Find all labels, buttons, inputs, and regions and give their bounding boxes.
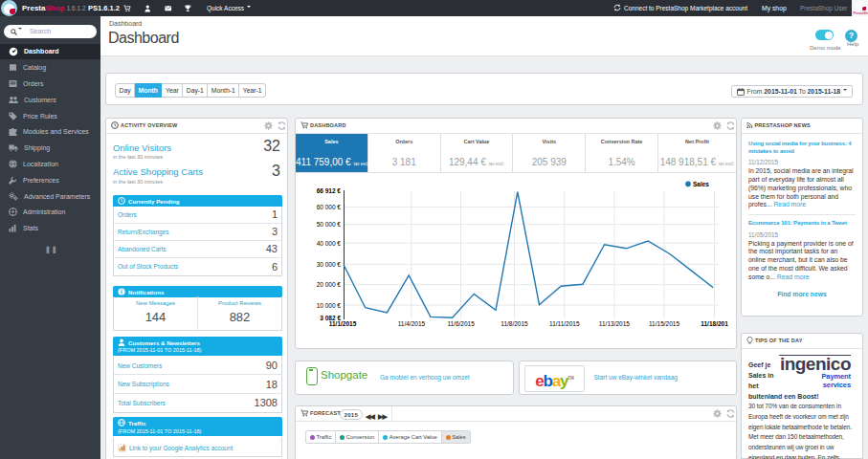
svg-text:60 000 €: 60 000 €	[317, 204, 342, 210]
svg-text:10 000 €: 10 000 €	[317, 302, 342, 309]
svg-text:11/1/2015: 11/1/2015	[329, 320, 357, 327]
svg-text:11/13/2015: 11/13/2015	[599, 320, 630, 327]
svg-text:30 000 €: 30 000 €	[317, 261, 342, 268]
svg-text:50 000 €: 50 000 €	[317, 221, 342, 228]
svg-text:11/11/2015: 11/11/2015	[549, 320, 580, 327]
svg-text:11/6/2015: 11/6/2015	[447, 320, 475, 327]
svg-text:11/8/2015: 11/8/2015	[501, 320, 528, 327]
svg-text:11/15/2015: 11/15/2015	[649, 320, 679, 327]
svg-text:Sales: Sales	[693, 181, 709, 187]
svg-text:11/4/2015: 11/4/2015	[398, 320, 426, 327]
svg-text:20 000 €: 20 000 €	[317, 281, 342, 288]
svg-text:66 912 €: 66 912 €	[317, 187, 342, 194]
svg-text:40 000 €: 40 000 €	[317, 240, 342, 247]
svg-text:11/18/201: 11/18/201	[701, 320, 728, 327]
